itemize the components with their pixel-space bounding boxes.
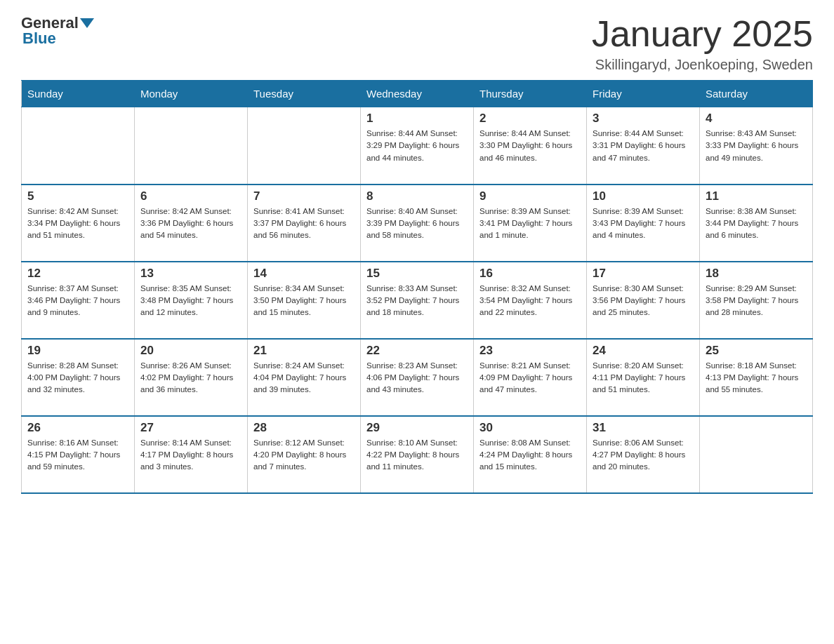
day-info-24: Sunrise: 8:20 AM Sunset: 4:11 PM Dayligh… — [593, 360, 694, 396]
day-number-8: 8 — [366, 189, 468, 203]
day-info-17: Sunrise: 8:30 AM Sunset: 3:56 PM Dayligh… — [593, 283, 694, 319]
col-header-monday: Monday — [135, 81, 248, 107]
day-number-4: 4 — [706, 112, 807, 126]
day-info-18: Sunrise: 8:29 AM Sunset: 3:58 PM Dayligh… — [706, 283, 807, 319]
day-number-30: 30 — [479, 421, 581, 435]
day-cell-17: 17Sunrise: 8:30 AM Sunset: 3:56 PM Dayli… — [587, 262, 700, 339]
day-number-22: 22 — [366, 344, 468, 358]
col-header-sunday: Sunday — [22, 81, 135, 107]
day-cell-5: 5Sunrise: 8:42 AM Sunset: 3:34 PM Daylig… — [22, 185, 135, 262]
day-number-24: 24 — [593, 344, 694, 358]
day-info-13: Sunrise: 8:35 AM Sunset: 3:48 PM Dayligh… — [140, 283, 241, 319]
day-number-13: 13 — [140, 267, 241, 281]
day-cell-8: 8Sunrise: 8:40 AM Sunset: 3:39 PM Daylig… — [361, 185, 474, 262]
day-info-15: Sunrise: 8:33 AM Sunset: 3:52 PM Dayligh… — [366, 283, 468, 319]
day-info-9: Sunrise: 8:39 AM Sunset: 3:41 PM Dayligh… — [479, 206, 581, 242]
day-cell-23: 23Sunrise: 8:21 AM Sunset: 4:09 PM Dayli… — [474, 339, 587, 416]
day-info-29: Sunrise: 8:10 AM Sunset: 4:22 PM Dayligh… — [366, 437, 468, 474]
day-cell-4: 4Sunrise: 8:43 AM Sunset: 3:33 PM Daylig… — [700, 107, 813, 185]
day-info-7: Sunrise: 8:41 AM Sunset: 3:37 PM Dayligh… — [253, 206, 355, 242]
title-area: January 2025 Skillingaryd, Joenkoeping, … — [592, 14, 813, 73]
day-number-31: 31 — [593, 421, 694, 435]
day-cell-21: 21Sunrise: 8:24 AM Sunset: 4:04 PM Dayli… — [248, 339, 361, 416]
day-number-14: 14 — [253, 267, 355, 281]
day-info-27: Sunrise: 8:14 AM Sunset: 4:17 PM Dayligh… — [140, 437, 241, 474]
day-number-12: 12 — [27, 267, 128, 281]
day-cell-18: 18Sunrise: 8:29 AM Sunset: 3:58 PM Dayli… — [700, 262, 813, 339]
day-number-26: 26 — [27, 421, 128, 435]
day-info-14: Sunrise: 8:34 AM Sunset: 3:50 PM Dayligh… — [253, 283, 355, 319]
day-cell-27: 27Sunrise: 8:14 AM Sunset: 4:17 PM Dayli… — [135, 416, 248, 493]
logo-blue-text: Blue — [22, 29, 56, 47]
week-row-1: 1Sunrise: 8:44 AM Sunset: 3:29 PM Daylig… — [22, 107, 813, 185]
col-header-tuesday: Tuesday — [248, 81, 361, 107]
day-cell-10: 10Sunrise: 8:39 AM Sunset: 3:43 PM Dayli… — [587, 185, 700, 262]
empty-cell — [135, 107, 248, 185]
day-cell-15: 15Sunrise: 8:33 AM Sunset: 3:52 PM Dayli… — [361, 262, 474, 339]
day-number-6: 6 — [140, 189, 241, 203]
day-cell-14: 14Sunrise: 8:34 AM Sunset: 3:50 PM Dayli… — [248, 262, 361, 339]
calendar-table: SundayMondayTuesdayWednesdayThursdayFrid… — [21, 80, 813, 494]
day-cell-6: 6Sunrise: 8:42 AM Sunset: 3:36 PM Daylig… — [135, 185, 248, 262]
col-header-saturday: Saturday — [700, 81, 813, 107]
day-info-23: Sunrise: 8:21 AM Sunset: 4:09 PM Dayligh… — [479, 360, 581, 396]
month-title: January 2025 — [592, 14, 813, 54]
day-info-2: Sunrise: 8:44 AM Sunset: 3:30 PM Dayligh… — [479, 128, 581, 164]
day-info-1: Sunrise: 8:44 AM Sunset: 3:29 PM Dayligh… — [366, 128, 468, 164]
day-cell-7: 7Sunrise: 8:41 AM Sunset: 3:37 PM Daylig… — [248, 185, 361, 262]
week-row-5: 26Sunrise: 8:16 AM Sunset: 4:15 PM Dayli… — [22, 416, 813, 493]
day-number-17: 17 — [593, 267, 694, 281]
day-info-26: Sunrise: 8:16 AM Sunset: 4:15 PM Dayligh… — [27, 437, 128, 474]
day-info-8: Sunrise: 8:40 AM Sunset: 3:39 PM Dayligh… — [366, 206, 468, 242]
day-info-6: Sunrise: 8:42 AM Sunset: 3:36 PM Dayligh… — [140, 206, 241, 242]
day-info-19: Sunrise: 8:28 AM Sunset: 4:00 PM Dayligh… — [27, 360, 128, 396]
day-cell-31: 31Sunrise: 8:06 AM Sunset: 4:27 PM Dayli… — [587, 416, 700, 493]
day-number-9: 9 — [479, 189, 581, 203]
day-number-11: 11 — [706, 189, 807, 203]
day-number-3: 3 — [593, 112, 694, 126]
day-number-5: 5 — [27, 189, 128, 203]
day-number-27: 27 — [140, 421, 241, 435]
day-number-18: 18 — [706, 267, 807, 281]
day-number-15: 15 — [366, 267, 468, 281]
day-info-22: Sunrise: 8:23 AM Sunset: 4:06 PM Dayligh… — [366, 360, 468, 396]
col-header-thursday: Thursday — [474, 81, 587, 107]
day-cell-24: 24Sunrise: 8:20 AM Sunset: 4:11 PM Dayli… — [587, 339, 700, 416]
week-row-3: 12Sunrise: 8:37 AM Sunset: 3:46 PM Dayli… — [22, 262, 813, 339]
day-cell-16: 16Sunrise: 8:32 AM Sunset: 3:54 PM Dayli… — [474, 262, 587, 339]
day-info-3: Sunrise: 8:44 AM Sunset: 3:31 PM Dayligh… — [593, 128, 694, 164]
day-info-11: Sunrise: 8:38 AM Sunset: 3:44 PM Dayligh… — [706, 206, 807, 242]
location-title: Skillingaryd, Joenkoeping, Sweden — [592, 57, 813, 73]
day-cell-1: 1Sunrise: 8:44 AM Sunset: 3:29 PM Daylig… — [361, 107, 474, 185]
header-row: SundayMondayTuesdayWednesdayThursdayFrid… — [22, 81, 813, 107]
day-number-20: 20 — [140, 344, 241, 358]
day-number-7: 7 — [253, 189, 355, 203]
day-info-31: Sunrise: 8:06 AM Sunset: 4:27 PM Dayligh… — [593, 437, 694, 474]
day-number-28: 28 — [253, 421, 355, 435]
day-number-19: 19 — [27, 344, 128, 358]
day-info-28: Sunrise: 8:12 AM Sunset: 4:20 PM Dayligh… — [253, 437, 355, 474]
day-cell-19: 19Sunrise: 8:28 AM Sunset: 4:00 PM Dayli… — [22, 339, 135, 416]
day-info-5: Sunrise: 8:42 AM Sunset: 3:34 PM Dayligh… — [27, 206, 128, 242]
day-number-2: 2 — [479, 112, 581, 126]
day-number-1: 1 — [366, 112, 468, 126]
day-cell-11: 11Sunrise: 8:38 AM Sunset: 3:44 PM Dayli… — [700, 185, 813, 262]
day-cell-13: 13Sunrise: 8:35 AM Sunset: 3:48 PM Dayli… — [135, 262, 248, 339]
day-info-4: Sunrise: 8:43 AM Sunset: 3:33 PM Dayligh… — [706, 128, 807, 164]
empty-cell — [248, 107, 361, 185]
day-cell-30: 30Sunrise: 8:08 AM Sunset: 4:24 PM Dayli… — [474, 416, 587, 493]
day-info-16: Sunrise: 8:32 AM Sunset: 3:54 PM Dayligh… — [479, 283, 581, 319]
day-number-10: 10 — [593, 189, 694, 203]
day-cell-20: 20Sunrise: 8:26 AM Sunset: 4:02 PM Dayli… — [135, 339, 248, 416]
week-row-2: 5Sunrise: 8:42 AM Sunset: 3:34 PM Daylig… — [22, 185, 813, 262]
day-number-16: 16 — [479, 267, 581, 281]
day-number-23: 23 — [479, 344, 581, 358]
day-cell-9: 9Sunrise: 8:39 AM Sunset: 3:41 PM Daylig… — [474, 185, 587, 262]
day-cell-22: 22Sunrise: 8:23 AM Sunset: 4:06 PM Dayli… — [361, 339, 474, 416]
day-info-25: Sunrise: 8:18 AM Sunset: 4:13 PM Dayligh… — [706, 360, 807, 396]
day-info-30: Sunrise: 8:08 AM Sunset: 4:24 PM Dayligh… — [479, 437, 581, 474]
day-info-12: Sunrise: 8:37 AM Sunset: 3:46 PM Dayligh… — [27, 283, 128, 319]
col-header-friday: Friday — [587, 81, 700, 107]
col-header-wednesday: Wednesday — [361, 81, 474, 107]
day-cell-26: 26Sunrise: 8:16 AM Sunset: 4:15 PM Dayli… — [22, 416, 135, 493]
